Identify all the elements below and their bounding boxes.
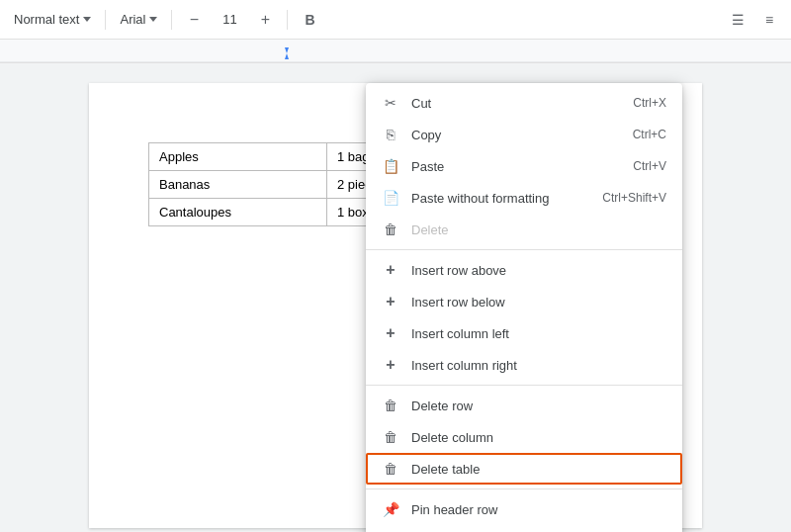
font-chevron-icon — [149, 17, 157, 22]
menu-divider-3 — [366, 488, 682, 489]
menu-item-insert-col-right[interactable]: + Insert column right — [366, 349, 682, 381]
trash-icon-col: 🗑 — [382, 428, 399, 446]
font-size-decrease-btn[interactable]: − — [180, 6, 208, 34]
style-label: Normal text — [14, 12, 79, 27]
scissors-icon: ✂ — [382, 94, 399, 112]
menu-item-cut[interactable]: ✂ Cut Ctrl+X — [366, 87, 682, 119]
menu-item-insert-col-left[interactable]: + Insert column left — [366, 317, 682, 349]
menu-item-paste-plain[interactable]: 📄 Paste without formatting Ctrl+Shift+V — [366, 182, 682, 214]
copy-icon: ⎘ — [382, 126, 399, 143]
font-label: Arial — [120, 12, 145, 27]
menu-item-copy[interactable]: ⎘ Copy Ctrl+C — [366, 119, 682, 150]
list-icon[interactable]: ≡ — [755, 6, 783, 34]
menu-item-pin-header[interactable]: 📌 Pin header row — [366, 493, 682, 525]
menu-divider-1 — [366, 249, 682, 250]
menu-label-copy: Copy — [411, 128, 441, 142]
style-dropdown[interactable]: Normal text — [8, 5, 97, 35]
shortcut-copy: Ctrl+C — [633, 128, 666, 141]
plus-icon-col-left: + — [382, 324, 399, 342]
plus-icon-row-above: + — [382, 261, 399, 279]
separator-3 — [287, 10, 288, 30]
plus-icon-row-below: + — [382, 293, 399, 310]
menu-label-cut: Cut — [411, 96, 431, 111]
menu-label-delete-col: Delete column — [411, 430, 493, 445]
menu-label-insert-col-left: Insert column left — [411, 326, 509, 341]
trash-icon-table: 🗑 — [382, 460, 399, 478]
menu-item-delete-row[interactable]: 🗑 Delete row — [366, 390, 682, 421]
menu-item-split-cell[interactable]: ⊞ Split cell — [366, 525, 682, 532]
separator-2 — [171, 10, 172, 30]
svg-rect-0 — [0, 40, 791, 62]
menu-item-delete: 🗑 Delete — [366, 214, 682, 245]
menu-label-paste-plain: Paste without formatting — [411, 191, 549, 206]
menu-divider-2 — [366, 385, 682, 386]
context-menu: ✂ Cut Ctrl+X ⎘ Copy Ctrl+C 📋 Paste Ctrl+… — [366, 83, 682, 532]
plus-icon-col-right: + — [382, 356, 399, 374]
bold-btn[interactable]: B — [296, 6, 323, 34]
ruler-canvas — [0, 40, 791, 63]
font-dropdown[interactable]: Arial — [114, 5, 163, 35]
document-area: Apples 1 bag Bananas 2 pieces Cantaloupe… — [0, 63, 791, 532]
style-chevron-icon — [83, 17, 91, 22]
menu-label-pin-header: Pin header row — [411, 502, 497, 517]
table-cell: Apples — [149, 143, 327, 171]
menu-label-insert-col-right: Insert column right — [411, 358, 517, 373]
separator-1 — [105, 10, 106, 30]
table-cell: Cantaloupes — [149, 199, 327, 226]
menu-label-insert-row-above: Insert row above — [411, 263, 506, 278]
align-icon[interactable]: ☰ — [724, 6, 751, 34]
menu-label-delete-table: Delete table — [411, 462, 480, 477]
menu-label-paste: Paste — [411, 159, 444, 174]
trash-icon-row: 🗑 — [382, 397, 399, 414]
shortcut-paste-plain: Ctrl+Shift+V — [602, 191, 666, 205]
menu-item-insert-row-above[interactable]: + Insert row above — [366, 254, 682, 286]
font-size-input[interactable] — [212, 12, 247, 27]
menu-label-delete-row: Delete row — [411, 399, 473, 413]
ruler — [0, 40, 791, 63]
font-size-increase-btn[interactable]: + — [251, 6, 279, 34]
toolbar: Normal text Arial − + B ☰ ≡ — [0, 0, 791, 40]
table-cell: Bananas — [149, 171, 327, 199]
paste-icon: 📋 — [382, 157, 399, 175]
delete-icon: 🗑 — [382, 221, 399, 238]
paste-plain-icon: 📄 — [382, 189, 399, 207]
menu-item-insert-row-below[interactable]: + Insert row below — [366, 286, 682, 317]
pin-icon: 📌 — [382, 500, 399, 518]
menu-item-paste[interactable]: 📋 Paste Ctrl+V — [366, 150, 682, 182]
menu-label-insert-row-below: Insert row below — [411, 295, 505, 310]
menu-item-delete-table[interactable]: 🗑 Delete table — [366, 453, 682, 485]
shortcut-cut: Ctrl+X — [633, 96, 666, 110]
menu-item-delete-col[interactable]: 🗑 Delete column — [366, 421, 682, 453]
menu-label-delete: Delete — [411, 222, 449, 237]
shortcut-paste: Ctrl+V — [633, 159, 666, 173]
